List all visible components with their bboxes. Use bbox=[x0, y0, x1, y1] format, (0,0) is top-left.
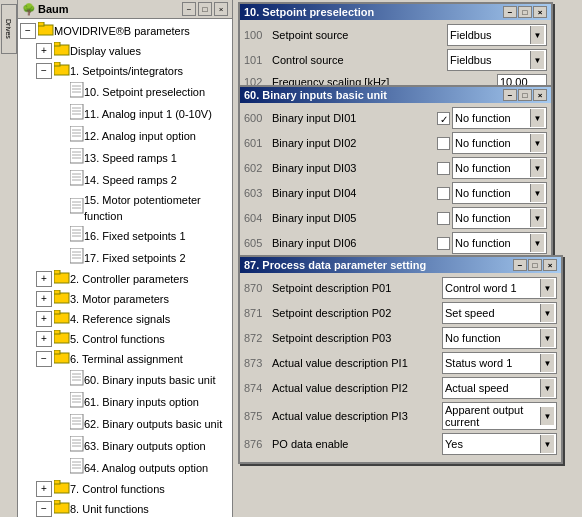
tree-item-sp14[interactable]: 14. Speed ramps 2 bbox=[18, 169, 232, 191]
param-num-601: 601 bbox=[244, 137, 272, 149]
select-box: No function ▼ bbox=[452, 207, 547, 229]
tree-label-sp14: 14. Speed ramps 2 bbox=[84, 172, 230, 188]
select-arrow[interactable]: ▼ bbox=[540, 407, 554, 425]
tree-item-sp10[interactable]: 10. Setpoint preselection bbox=[18, 81, 232, 103]
tree-item-t64[interactable]: 64. Analog outputs option bbox=[18, 457, 232, 479]
tree-item-display[interactable]: +Display values bbox=[18, 41, 232, 61]
doc-icon-t60 bbox=[70, 370, 84, 390]
tree-item-ctrl2[interactable]: +5. Control functions bbox=[18, 329, 232, 349]
main-container: Drives 🌳 Baum − □ × −MOVIDRIVE®B paramet… bbox=[0, 0, 582, 517]
param-row-605: 605 Binary input DI06 No function ▼ bbox=[244, 232, 547, 254]
win-binary-btns: − □ × bbox=[503, 89, 547, 101]
tree-label-t60: 60. Binary inputs basic unit bbox=[84, 372, 230, 388]
tree-expand-movidrive[interactable]: − bbox=[20, 23, 36, 39]
win-binary-close-btn[interactable]: × bbox=[533, 89, 547, 101]
tree-content[interactable]: −MOVIDRIVE®B parameters+Display values−1… bbox=[18, 19, 232, 517]
select-arrow[interactable]: ▼ bbox=[530, 51, 544, 69]
tree-expand-ctrl3[interactable]: + bbox=[36, 481, 52, 497]
folder-icon-movidrive bbox=[38, 22, 54, 40]
param-num-605: 605 bbox=[244, 237, 272, 249]
checkbox-602[interactable] bbox=[437, 162, 450, 175]
win-binary-max-btn[interactable]: □ bbox=[518, 89, 532, 101]
folder-icon-setpoints bbox=[54, 62, 70, 80]
select-value: No function bbox=[455, 162, 530, 174]
tree-item-ctrl3[interactable]: +7. Control functions bbox=[18, 479, 232, 499]
checkbox-603[interactable] bbox=[437, 187, 450, 200]
select-arrow[interactable]: ▼ bbox=[530, 109, 544, 127]
tree-item-t60[interactable]: 60. Binary inputs basic unit bbox=[18, 369, 232, 391]
select-arrow[interactable]: ▼ bbox=[530, 134, 544, 152]
tree-expand-ref[interactable]: + bbox=[36, 311, 52, 327]
select-value: Control word 1 bbox=[445, 282, 540, 294]
select-arrow[interactable]: ▼ bbox=[540, 435, 554, 453]
tree-item-unit[interactable]: −8. Unit functions bbox=[18, 499, 232, 517]
tree-expand-setpoints[interactable]: − bbox=[36, 63, 52, 79]
tree-expand-ctrl2[interactable]: + bbox=[36, 331, 52, 347]
tree-item-t61[interactable]: 61. Binary inputs option bbox=[18, 391, 232, 413]
select-arrow[interactable]: ▼ bbox=[530, 159, 544, 177]
tree-expand-motor[interactable]: + bbox=[36, 291, 52, 307]
win-setpoint-close-btn[interactable]: × bbox=[533, 6, 547, 18]
param-row-873: 873 Actual value description PI1 Status … bbox=[244, 352, 557, 374]
tree-item-ref[interactable]: +4. Reference signals bbox=[18, 309, 232, 329]
tree-label-t62: 62. Binary outputs basic unit bbox=[84, 416, 230, 432]
select-arrow[interactable]: ▼ bbox=[540, 304, 554, 322]
tree-expand-term[interactable]: − bbox=[36, 351, 52, 367]
tree-item-sp15[interactable]: 15. Motor potentiometer function bbox=[18, 191, 232, 225]
tree-item-sp13[interactable]: 13. Speed ramps 1 bbox=[18, 147, 232, 169]
win-process-min-btn[interactable]: − bbox=[513, 259, 527, 271]
select-arrow[interactable]: ▼ bbox=[530, 234, 544, 252]
checkbox-604[interactable] bbox=[437, 212, 450, 225]
doc-icon-sp11 bbox=[70, 104, 84, 124]
doc-icon-sp15 bbox=[70, 198, 84, 218]
tree-label-display: Display values bbox=[70, 43, 230, 59]
tree-label-sp10: 10. Setpoint preselection bbox=[84, 84, 230, 100]
win-process-max-btn[interactable]: □ bbox=[528, 259, 542, 271]
select-box: Control word 1 ▼ bbox=[442, 277, 557, 299]
folder-icon-ctrl2 bbox=[54, 330, 70, 348]
tree-panel: 🌳 Baum − □ × −MOVIDRIVE®B parameters+Dis… bbox=[18, 0, 233, 517]
tree-item-sp12[interactable]: 12. Analog input option bbox=[18, 125, 232, 147]
select-value: Apparent output current bbox=[445, 404, 540, 428]
checkbox-601[interactable] bbox=[437, 137, 450, 150]
param-num-875: 875 bbox=[244, 410, 272, 422]
tree-header-buttons: − □ × bbox=[182, 2, 228, 16]
win-setpoint-min-btn[interactable]: − bbox=[503, 6, 517, 18]
select-arrow[interactable]: ▼ bbox=[540, 279, 554, 297]
tree-item-ctrl[interactable]: +2. Controller parameters bbox=[18, 269, 232, 289]
tree-item-sp16[interactable]: 16. Fixed setpoints 1 bbox=[18, 225, 232, 247]
tree-label-sp11: 11. Analog input 1 (0-10V) bbox=[84, 106, 230, 122]
checkbox-605[interactable] bbox=[437, 237, 450, 250]
tree-item-motor[interactable]: +3. Motor parameters bbox=[18, 289, 232, 309]
select-arrow[interactable]: ▼ bbox=[540, 354, 554, 372]
tree-item-setpoints[interactable]: −1. Setpoints/integrators bbox=[18, 61, 232, 81]
select-arrow[interactable]: ▼ bbox=[540, 379, 554, 397]
tree-item-movidrive[interactable]: −MOVIDRIVE®B parameters bbox=[18, 21, 232, 41]
tree-icon: 🌳 bbox=[22, 3, 36, 16]
tree-expand-unit[interactable]: − bbox=[36, 501, 52, 517]
param-num-101: 101 bbox=[244, 54, 272, 66]
tree-item-t62[interactable]: 62. Binary outputs basic unit bbox=[18, 413, 232, 435]
tree-label-sp15: 15. Motor potentiometer function bbox=[84, 192, 230, 224]
select-arrow[interactable]: ▼ bbox=[530, 26, 544, 44]
tree-maximize-btn[interactable]: □ bbox=[198, 2, 212, 16]
tree-item-sp17[interactable]: 17. Fixed setpoints 2 bbox=[18, 247, 232, 269]
win-binary-min-btn[interactable]: − bbox=[503, 89, 517, 101]
folder-icon-motor bbox=[54, 290, 70, 308]
sidebar-tab-drivers[interactable]: Drives bbox=[1, 4, 17, 54]
tree-item-sp11[interactable]: 11. Analog input 1 (0-10V) bbox=[18, 103, 232, 125]
select-arrow[interactable]: ▼ bbox=[530, 209, 544, 227]
select-arrow[interactable]: ▼ bbox=[540, 329, 554, 347]
checkbox-600[interactable] bbox=[437, 112, 450, 125]
param-name-602: Binary input DI03 bbox=[272, 162, 433, 174]
select-value: No function bbox=[445, 332, 540, 344]
tree-minimize-btn[interactable]: − bbox=[182, 2, 196, 16]
tree-close-btn[interactable]: × bbox=[214, 2, 228, 16]
tree-expand-ctrl[interactable]: + bbox=[36, 271, 52, 287]
win-process-close-btn[interactable]: × bbox=[543, 259, 557, 271]
tree-expand-display[interactable]: + bbox=[36, 43, 52, 59]
tree-item-t63[interactable]: 63. Binary outputs option bbox=[18, 435, 232, 457]
select-arrow[interactable]: ▼ bbox=[530, 184, 544, 202]
tree-item-term[interactable]: −6. Terminal assignment bbox=[18, 349, 232, 369]
win-setpoint-max-btn[interactable]: □ bbox=[518, 6, 532, 18]
